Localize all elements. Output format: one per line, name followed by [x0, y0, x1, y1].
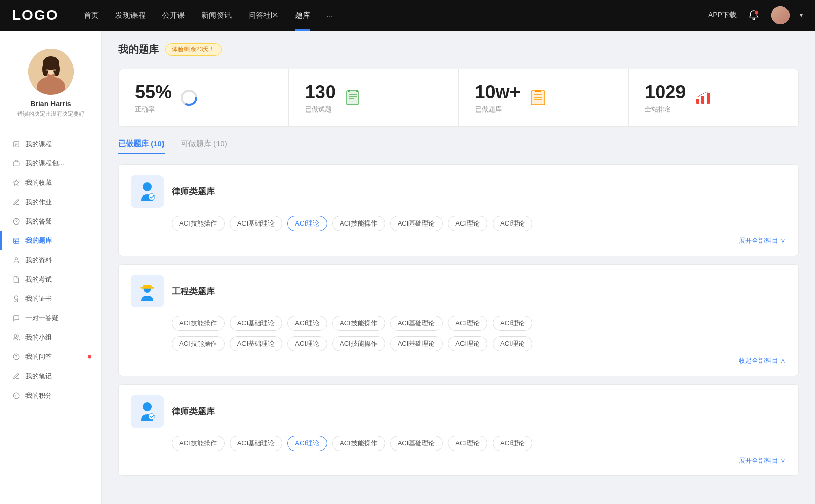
svg-rect-15: [13, 162, 19, 166]
bank-tag[interactable]: ACI基础理论: [230, 316, 283, 331]
nav-home[interactable]: 首页: [84, 11, 99, 20]
bank-tag[interactable]: ACI基础理论: [230, 336, 283, 351]
svg-point-7: [42, 62, 48, 76]
lawyer-bank-icon-2: [131, 395, 164, 428]
avatar: [28, 49, 74, 95]
user-dropdown-arrow[interactable]: ▾: [800, 12, 803, 19]
bank-tag[interactable]: ACI理论: [287, 316, 327, 331]
sidebar-item-notes[interactable]: 我的笔记: [0, 367, 101, 386]
nav-qa[interactable]: 问答社区: [248, 11, 279, 20]
bank-tag-selected[interactable]: ACI理论: [287, 436, 327, 451]
nav-opencourse[interactable]: 公开课: [162, 11, 185, 20]
bank-tag[interactable]: ACI理论: [493, 216, 532, 231]
expand-btn-1[interactable]: 展开全部科目 ∨: [131, 236, 786, 245]
bank-header: 律师类题库: [131, 395, 786, 428]
sidebar-item-points[interactable]: ¥ 我的积分: [0, 386, 101, 405]
bank-tag[interactable]: ACI技能操作: [332, 216, 385, 231]
lawyer-bank-icon: [131, 175, 164, 208]
sidebar-item-group[interactable]: 我的小组: [0, 328, 101, 347]
expand-btn-3[interactable]: 展开全部科目 ∨: [131, 456, 786, 465]
bank-tag[interactable]: ACI基础理论: [390, 336, 443, 351]
navbar: LOGO 首页 发现课程 公开课 新闻资讯 问答社区 题库 ··· APP下载 …: [0, 0, 815, 31]
package-icon: [12, 159, 20, 167]
bank-header: 工程类题库: [131, 275, 786, 307]
user-avatar-nav[interactable]: [771, 6, 790, 24]
bank-tag[interactable]: ACI理论: [448, 216, 487, 231]
chat-icon: [12, 314, 20, 322]
bank-tag[interactable]: ACI理论: [448, 316, 487, 331]
nav-discover[interactable]: 发现课程: [115, 11, 146, 20]
sidebar-item-tutoring[interactable]: 一对一答疑: [0, 309, 101, 328]
menu-label: 我的积分: [25, 391, 52, 400]
sidebar-item-my-qa[interactable]: 我的问答: [0, 347, 101, 367]
bank-tag[interactable]: ACI基础理论: [230, 216, 283, 231]
tab-available-banks[interactable]: 可做题库 (10): [181, 139, 227, 154]
bank-tag[interactable]: ACI技能操作: [172, 336, 225, 351]
nav-more[interactable]: ···: [327, 11, 333, 20]
bank-tag[interactable]: ACI理论: [287, 336, 327, 351]
sidebar-item-answer-questions[interactable]: 我的答疑: [0, 212, 101, 231]
svg-rect-33: [347, 91, 358, 105]
sidebar-item-question-bank[interactable]: 我的题库: [0, 231, 101, 250]
svg-rect-47: [701, 96, 704, 104]
nav-news[interactable]: 新闻资讯: [201, 11, 232, 20]
star-icon: [12, 179, 20, 187]
bank-tag[interactable]: ACI基础理论: [390, 436, 443, 451]
stat-number: 130: [305, 81, 336, 103]
doc-icon: [344, 89, 362, 107]
menu-label: 我的资料: [25, 256, 52, 265]
question-icon: [12, 217, 20, 226]
stat-label: 已做试题: [305, 105, 336, 114]
qa-icon: [12, 353, 20, 361]
bank-tag[interactable]: ACI技能操作: [332, 316, 385, 331]
stat-ranking-content: 1029 全站排名: [645, 81, 686, 114]
app-download-link[interactable]: APP下载: [708, 11, 737, 20]
svg-point-10: [53, 69, 56, 71]
bank-section-engineer: 工程类题库 ACI技能操作 ACI基础理论 ACI理论 ACI技能操作 ACI基…: [118, 264, 799, 376]
svg-point-50: [149, 194, 155, 200]
bank-tag[interactable]: ACI理论: [448, 336, 487, 351]
nav-menu: 首页 发现课程 公开课 新闻资讯 问答社区 题库 ···: [84, 11, 708, 20]
sidebar-item-certificate[interactable]: 我的证书: [0, 289, 101, 309]
stat-correct-rate: 55% 正确率: [119, 69, 289, 126]
bank-tag[interactable]: ACI基础理论: [390, 216, 443, 231]
sidebar-item-exam[interactable]: 我的考试: [0, 270, 101, 289]
profile-name: Brian Harris: [30, 100, 71, 108]
sidebar-item-course-package[interactable]: 我的课程包...: [0, 154, 101, 173]
svg-rect-40: [531, 91, 545, 105]
bank-tag[interactable]: ACI技能操作: [332, 436, 385, 451]
bank-tag[interactable]: ACI理论: [493, 336, 532, 351]
bell-icon[interactable]: [747, 8, 761, 22]
pie-chart-icon: [180, 89, 198, 107]
nav-question-bank[interactable]: 题库: [295, 11, 310, 20]
svg-point-25: [14, 335, 17, 338]
page-header: 我的题库 体验剩余23天！: [118, 43, 799, 57]
sidebar-item-profile[interactable]: 我的资料: [0, 250, 101, 270]
stat-banks-done: 10w+ 已做题库: [459, 69, 629, 126]
svg-point-49: [143, 182, 152, 191]
bank-tag[interactable]: ACI技能操作: [172, 216, 225, 231]
menu-label: 我的作业: [25, 198, 52, 207]
bank-tag-selected[interactable]: ACI理论: [287, 216, 327, 231]
svg-rect-53: [141, 287, 154, 289]
bank-tags-1: ACI技能操作 ACI基础理论 ACI理论 ACI技能操作 ACI基础理论 AC…: [172, 216, 786, 231]
tab-completed-banks[interactable]: 已做题库 (10): [118, 139, 165, 154]
bank-tag[interactable]: ACI技能操作: [332, 336, 385, 351]
sidebar-item-homework[interactable]: 我的作业: [0, 192, 101, 212]
sidebar-item-my-courses[interactable]: 我的课程: [0, 134, 101, 154]
stat-correct-rate-content: 55% 正确率: [135, 81, 172, 114]
sidebar: Brian Harris 错误的决定比没有决定要好 我的课程 我的课程包... …: [0, 31, 102, 504]
bank-tag[interactable]: ACI基础理论: [390, 316, 443, 331]
bank-tag[interactable]: ACI技能操作: [172, 436, 225, 451]
bank-tag[interactable]: ACI基础理论: [230, 436, 283, 451]
engineer-bank-icon: [131, 275, 164, 307]
sidebar-item-favorites[interactable]: 我的收藏: [0, 173, 101, 192]
tabs-row: 已做题库 (10) 可做题库 (10): [118, 139, 799, 154]
svg-rect-48: [707, 93, 710, 104]
bank-tag[interactable]: ACI理论: [448, 436, 487, 451]
bank-tag[interactable]: ACI技能操作: [172, 316, 225, 331]
bank-tag[interactable]: ACI理论: [493, 436, 532, 451]
list-icon: [529, 89, 547, 107]
collapse-btn-2[interactable]: 收起全部科目 ∧: [131, 356, 786, 366]
bank-tag[interactable]: ACI理论: [493, 316, 532, 331]
